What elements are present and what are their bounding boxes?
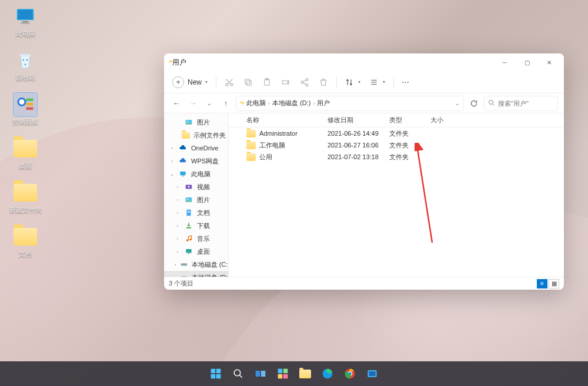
sidebar-item[interactable]: ›桌面 [164, 245, 228, 258]
sidebar-item-label: 本地磁盘 (C:) [192, 260, 229, 269]
search-box[interactable] [484, 96, 558, 111]
chevron-right-icon: › [268, 100, 270, 106]
svg-rect-46 [211, 374, 216, 379]
sidebar-item-label: 下载 [197, 221, 210, 230]
window-title: 用户 [172, 58, 490, 68]
search-input[interactable] [498, 100, 554, 107]
breadcrumb-segment[interactable]: 此电脑 [246, 99, 266, 108]
col-size[interactable]: 大小 [426, 116, 461, 125]
back-button[interactable]: ← [170, 97, 183, 110]
taskbar[interactable] [0, 361, 588, 386]
svg-rect-4 [20, 54, 31, 56]
svg-rect-35 [186, 249, 191, 253]
sidebar-item-label: OneDrive [191, 145, 218, 152]
file-row[interactable]: Administrator2021-06-26 14:49文件夹 [229, 127, 564, 139]
svg-point-28 [187, 199, 188, 200]
navigation-sidebar[interactable]: 图片示例文件夹›OneDrive›WPS网盘⌄此电脑›视频›图片›文档›下载›音… [164, 113, 229, 277]
sidebar-item[interactable]: ›视频 [164, 180, 228, 193]
file-row[interactable]: 公用2021-07-02 13:18文件夹 [229, 151, 564, 163]
sort-button[interactable]: ▾ [342, 74, 364, 90]
sidebar-item[interactable]: ⌄此电脑 [164, 167, 228, 180]
chrome-taskbar-button[interactable] [340, 364, 359, 383]
svg-rect-8 [26, 99, 34, 102]
copy-button[interactable] [240, 74, 256, 90]
forward-button[interactable]: → [186, 97, 199, 110]
svg-rect-31 [188, 212, 191, 213]
col-name[interactable]: 名称 [229, 116, 323, 125]
sidebar-item[interactable]: 示例文件夹 [164, 129, 228, 142]
svg-rect-3 [21, 22, 30, 24]
command-toolbar: + New ▾ ▾ ▾ ··· [164, 71, 564, 93]
start-button[interactable] [206, 364, 225, 383]
breadcrumb-segment[interactable]: 用户 [317, 99, 330, 108]
desktop-icon-control-panel[interactable]: 控制面板 [5, 93, 46, 126]
svg-rect-25 [182, 176, 184, 176]
sidebar-item[interactable]: ›文档 [164, 206, 228, 219]
drive-icon [180, 273, 188, 277]
separator [393, 76, 394, 88]
sidebar-item[interactable]: ›WPS网盘 [164, 155, 228, 167]
desktop-icon-folder-2[interactable]: 新建文件夹 [5, 181, 46, 214]
maximize-button[interactable]: ▢ [516, 53, 538, 71]
file-list: Administrator2021-06-26 14:49文件夹工作电脑2021… [229, 127, 564, 277]
file-name: 工作电脑 [259, 141, 285, 150]
sidebar-item[interactable]: 图片 [164, 116, 228, 129]
desktop-icon-this-pc[interactable]: 此电脑 [5, 5, 46, 38]
svg-rect-52 [283, 369, 288, 374]
breadcrumb-segment[interactable]: 本地磁盘 (D:) [272, 99, 310, 108]
file-date: 2021-06-26 14:49 [323, 130, 385, 137]
more-button[interactable]: ··· [399, 74, 413, 90]
desktop-icon-folder-1[interactable]: 桌面 [5, 137, 46, 170]
rename-button[interactable] [278, 74, 294, 90]
svg-point-38 [186, 264, 186, 265]
breadcrumb[interactable]: › 此电脑 › 本地磁盘 (D:) › 用户 ⌄ [236, 96, 464, 111]
edge-taskbar-button[interactable] [318, 364, 337, 383]
chevron-icon: › [175, 184, 181, 190]
search-button[interactable] [229, 364, 248, 383]
file-name: 公用 [259, 153, 272, 162]
recent-locations-button[interactable]: ⌄ [203, 97, 216, 110]
minimize-button[interactable]: ─ [493, 53, 516, 71]
sidebar-item[interactable]: ›OneDrive [164, 142, 228, 155]
column-headers[interactable]: 名称 修改日期 类型 大小 [229, 113, 564, 127]
svg-point-20 [306, 83, 308, 86]
up-button[interactable]: ↑ [219, 97, 232, 110]
file-row[interactable]: 工作电脑2021-06-27 16:06文件夹 [229, 139, 564, 151]
sidebar-item[interactable]: ›音乐 [164, 232, 228, 245]
icons-view-button[interactable]: ▦ [549, 279, 559, 288]
widgets-button[interactable] [273, 364, 292, 383]
svg-rect-51 [278, 369, 283, 374]
sidebar-item[interactable]: ›图片 [164, 193, 228, 206]
details-view-button[interactable]: ≡ [537, 279, 547, 288]
folder-icon [246, 130, 256, 137]
view-button[interactable]: ▾ [366, 74, 389, 90]
desktop-icon-recycle-bin[interactable]: 回收站 [5, 49, 46, 82]
chevron-icon: › [169, 146, 175, 151]
file-date: 2021-07-02 13:18 [323, 153, 385, 160]
desktop-icon-folder-3[interactable]: 文档 [5, 225, 46, 259]
col-date[interactable]: 修改日期 [323, 116, 385, 125]
file-explorer-taskbar-button[interactable] [296, 364, 315, 383]
downloads-icon [184, 221, 193, 230]
paste-button[interactable] [259, 74, 275, 90]
refresh-button[interactable] [467, 97, 480, 110]
cut-button[interactable] [221, 74, 238, 90]
svg-point-48 [234, 370, 240, 376]
app-taskbar-button[interactable] [363, 364, 382, 383]
svg-rect-16 [266, 78, 268, 80]
sidebar-item[interactable]: ›下载 [164, 219, 228, 232]
pc-icon [178, 169, 188, 179]
sidebar-item[interactable]: ›本地磁盘 (D:) [164, 271, 228, 277]
close-button[interactable]: ✕ [538, 53, 560, 71]
delete-button[interactable] [315, 74, 332, 90]
new-button[interactable]: + New ▾ [169, 74, 211, 90]
sidebar-item[interactable]: ›本地磁盘 (C:) [164, 258, 228, 271]
task-view-button[interactable] [251, 364, 270, 383]
share-button[interactable] [296, 74, 313, 90]
folder-icon [246, 153, 256, 161]
chevron-down-icon[interactable]: ⌄ [455, 100, 460, 106]
address-bar-row: ← → ⌄ ↑ › 此电脑 › 本地磁盘 (D:) › 用户 ⌄ [164, 93, 564, 113]
chevron-icon: › [175, 262, 176, 267]
col-type[interactable]: 类型 [385, 116, 426, 125]
titlebar[interactable]: 用户 ─ ▢ ✕ [164, 53, 564, 71]
